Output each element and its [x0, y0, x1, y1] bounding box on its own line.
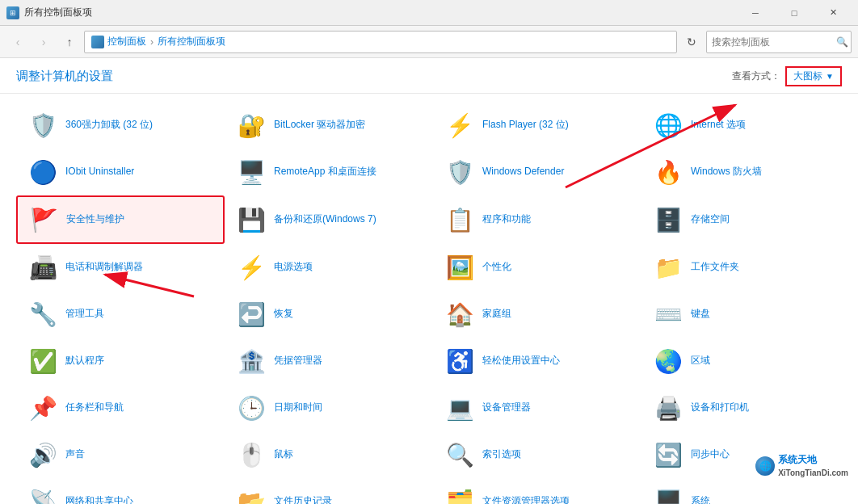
item-label-item-network[interactable]: 网络和共享中心: [65, 495, 133, 504]
grid-item-item-power[interactable]: ⚡电源选项: [225, 244, 433, 291]
grid-item-item-mouse[interactable]: 🖱️鼠标: [225, 431, 433, 478]
titlebar-controls: ─ □ ✕: [737, 0, 852, 26]
grid-item-item-remoteapp[interactable]: 🖥️RemoteApp 和桌面连接: [225, 149, 433, 195]
item-label-item-sound[interactable]: 声音: [65, 448, 85, 461]
item-label-item-indexing[interactable]: 索引选项: [482, 448, 521, 461]
item-label-item-iobit[interactable]: IObit Uninstaller: [65, 166, 134, 178]
grid-item-item-storage[interactable]: 🗄️存储空间: [641, 195, 850, 244]
item-label-item-fileexplorer[interactable]: 文件资源管理器选项: [482, 495, 570, 504]
grid-item-item-iobit[interactable]: 🔵IObit Uninstaller: [16, 149, 225, 195]
item-label-item-filehistory[interactable]: 文件历史记录: [274, 495, 332, 504]
item-label-item-keyboard[interactable]: 键盘: [691, 308, 710, 321]
grid-item-item-sound[interactable]: 🔊声音: [16, 431, 225, 478]
item-icon-item-power: ⚡: [235, 251, 267, 284]
refresh-button[interactable]: ↻: [680, 31, 703, 53]
address-root[interactable]: 控制面板: [107, 35, 146, 48]
maximize-button[interactable]: □: [776, 0, 813, 26]
close-button[interactable]: ✕: [814, 0, 852, 26]
view-dropdown[interactable]: 大图标 ▼: [785, 66, 842, 86]
item-label-item-ease[interactable]: 轻松使用设置中心: [482, 355, 560, 368]
grid-item-item-datetime[interactable]: 🕒日期和时间: [225, 384, 433, 431]
grid-item-item-taskbar[interactable]: 📌任务栏和导航: [16, 384, 225, 431]
grid-item-item-workfolder[interactable]: 📁工作文件夹: [641, 244, 850, 291]
grid-item-item-system[interactable]: 🖥️系统: [641, 478, 850, 504]
address-box[interactable]: 控制面板 › 所有控制面板项: [84, 31, 677, 53]
item-label-item-defender[interactable]: Windows Defender: [482, 166, 564, 178]
grid-item-item-internet[interactable]: 🌐Internet 选项: [641, 102, 850, 149]
grid-item-item-modem[interactable]: 📠电话和调制解调器: [16, 244, 225, 291]
item-icon-item-backup: 💾: [235, 204, 267, 236]
forward-button[interactable]: ›: [32, 31, 55, 53]
titlebar-title: 所有控制面板项: [24, 6, 92, 19]
address-current[interactable]: 所有控制面板项: [158, 35, 225, 48]
grid-item-item-backup[interactable]: 💾备份和还原(Windows 7): [225, 195, 433, 244]
item-label-item-modem[interactable]: 电话和调制解调器: [65, 261, 143, 274]
item-label-item-workfolder[interactable]: 工作文件夹: [691, 261, 739, 274]
search-icon[interactable]: 🔍: [836, 36, 848, 48]
grid-item-item-security[interactable]: 🚩安全性与维护: [16, 195, 225, 244]
item-label-item-devices[interactable]: 设备和打印机: [691, 401, 749, 414]
item-label-item-firewall[interactable]: Windows 防火墙: [691, 166, 762, 178]
item-icon-item-recovery: ↩️: [235, 298, 267, 330]
item-label-item-sync[interactable]: 同步中心: [691, 448, 730, 461]
grid-item-item-mgmttools[interactable]: 🔧管理工具: [16, 291, 225, 338]
grid-item-item-360[interactable]: 🛡️360强力卸载 (32 位): [16, 102, 225, 149]
item-label-item-datetime[interactable]: 日期和时间: [274, 401, 322, 414]
item-icon-item-taskbar: 📌: [27, 392, 59, 424]
grid-item-item-keyboard[interactable]: ⌨️键盘: [641, 291, 850, 338]
grid-item-item-devices[interactable]: 🖨️设备和打印机: [641, 384, 850, 431]
item-label-item-system[interactable]: 系统: [691, 495, 710, 504]
grid-item-item-ease[interactable]: ♿轻松使用设置中心: [433, 338, 641, 384]
item-label-item-360[interactable]: 360强力卸载 (32 位): [65, 119, 153, 132]
item-label-item-bitlocker[interactable]: BitLocker 驱动器加密: [274, 119, 365, 132]
item-label-item-remoteapp[interactable]: RemoteApp 和桌面连接: [274, 166, 376, 178]
item-label-item-mgmttools[interactable]: 管理工具: [65, 308, 104, 321]
item-label-item-personalize[interactable]: 个性化: [482, 261, 511, 274]
minimize-button[interactable]: ─: [737, 0, 774, 26]
grid-item-item-sync[interactable]: 🔄同步中心: [641, 431, 850, 478]
item-icon-item-360: 🛡️: [27, 109, 59, 141]
view-value: 大图标: [793, 69, 822, 83]
search-box[interactable]: 🔍: [706, 31, 852, 53]
up-button[interactable]: ↑: [58, 31, 81, 53]
grid-item-item-indexing[interactable]: 🔍索引选项: [433, 431, 641, 478]
item-label-item-security[interactable]: 安全性与维护: [66, 213, 124, 226]
grid-item-item-bitlocker[interactable]: 🔐BitLocker 驱动器加密: [225, 102, 433, 149]
grid-item-item-recovery[interactable]: ↩️恢复: [225, 291, 433, 338]
grid-scroll-area[interactable]: 🛡️360强力卸载 (32 位)🔐BitLocker 驱动器加密⚡Flash P…: [0, 94, 858, 504]
grid-item-item-personalize[interactable]: 🖼️个性化: [433, 244, 641, 291]
item-label-item-programs[interactable]: 程序和功能: [482, 213, 531, 226]
item-icon-item-mouse: 🖱️: [235, 439, 267, 471]
item-label-item-flash[interactable]: Flash Player (32 位): [482, 119, 569, 132]
item-label-item-default[interactable]: 默认程序: [65, 355, 104, 368]
grid-item-item-fileexplorer[interactable]: 🗂️文件资源管理器选项: [433, 478, 641, 504]
item-label-item-recovery[interactable]: 恢复: [274, 308, 293, 321]
grid-item-item-flash[interactable]: ⚡Flash Player (32 位): [433, 102, 641, 149]
grid-item-item-homegroup[interactable]: 🏠家庭组: [433, 291, 641, 338]
grid-item-item-credential[interactable]: 🏦凭据管理器: [225, 338, 433, 384]
search-input[interactable]: [712, 36, 833, 48]
grid-item-item-network[interactable]: 📡网络和共享中心: [16, 478, 225, 504]
grid-item-item-default[interactable]: ✅默认程序: [16, 338, 225, 384]
item-icon-item-indexing: 🔍: [444, 439, 476, 471]
item-label-item-mouse[interactable]: 鼠标: [274, 448, 293, 461]
item-icon-item-defender: 🛡️: [444, 156, 476, 188]
item-label-item-credential[interactable]: 凭据管理器: [274, 355, 322, 368]
item-label-item-internet[interactable]: Internet 选项: [691, 119, 746, 132]
item-label-item-power[interactable]: 电源选项: [274, 261, 313, 274]
item-label-item-taskbar[interactable]: 任务栏和导航: [65, 401, 124, 414]
item-label-item-storage[interactable]: 存储空间: [691, 213, 730, 226]
grid-item-item-devmgr[interactable]: 💻设备管理器: [433, 384, 641, 431]
grid-item-item-firewall[interactable]: 🔥Windows 防火墙: [641, 149, 850, 195]
item-label-item-region[interactable]: 区域: [691, 355, 710, 368]
item-label-item-backup[interactable]: 备份和还原(Windows 7): [274, 213, 376, 226]
grid-item-item-filehistory[interactable]: 📂文件历史记录: [225, 478, 433, 504]
item-icon-item-devmgr: 💻: [444, 392, 476, 424]
item-label-item-homegroup[interactable]: 家庭组: [482, 308, 511, 321]
back-button[interactable]: ‹: [6, 31, 29, 53]
item-icon-item-storage: 🗄️: [652, 204, 684, 236]
item-label-item-devmgr[interactable]: 设备管理器: [482, 401, 531, 414]
grid-item-item-region[interactable]: 🌏区域: [641, 338, 850, 384]
grid-item-item-defender[interactable]: 🛡️Windows Defender: [433, 149, 641, 195]
grid-item-item-programs[interactable]: 📋程序和功能: [433, 195, 641, 244]
